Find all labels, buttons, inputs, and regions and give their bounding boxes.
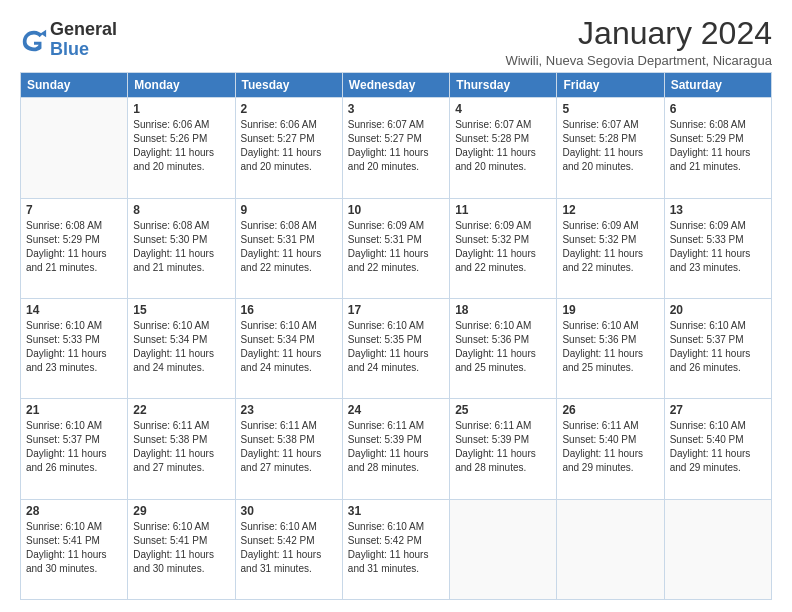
calendar-cell: 29Sunrise: 6:10 AM Sunset: 5:41 PM Dayli… — [128, 499, 235, 599]
cell-info: Sunrise: 6:09 AM Sunset: 5:31 PM Dayligh… — [348, 219, 444, 275]
day-number: 22 — [133, 403, 229, 417]
day-number: 8 — [133, 203, 229, 217]
day-number: 4 — [455, 102, 551, 116]
calendar-cell: 24Sunrise: 6:11 AM Sunset: 5:39 PM Dayli… — [342, 399, 449, 499]
calendar-week-2: 7Sunrise: 6:08 AM Sunset: 5:29 PM Daylig… — [21, 198, 772, 298]
header: General Blue January 2024 Wiwili, Nueva … — [20, 16, 772, 68]
day-number: 27 — [670, 403, 766, 417]
title-block: January 2024 Wiwili, Nueva Segovia Depar… — [505, 16, 772, 68]
calendar-cell: 9Sunrise: 6:08 AM Sunset: 5:31 PM Daylig… — [235, 198, 342, 298]
day-number: 14 — [26, 303, 122, 317]
cell-info: Sunrise: 6:07 AM Sunset: 5:27 PM Dayligh… — [348, 118, 444, 174]
day-number: 25 — [455, 403, 551, 417]
calendar-cell: 12Sunrise: 6:09 AM Sunset: 5:32 PM Dayli… — [557, 198, 664, 298]
logo-text: General Blue — [50, 20, 117, 60]
weekday-header-monday: Monday — [128, 73, 235, 98]
day-number: 26 — [562, 403, 658, 417]
cell-info: Sunrise: 6:06 AM Sunset: 5:26 PM Dayligh… — [133, 118, 229, 174]
calendar-cell: 27Sunrise: 6:10 AM Sunset: 5:40 PM Dayli… — [664, 399, 771, 499]
calendar-cell: 22Sunrise: 6:11 AM Sunset: 5:38 PM Dayli… — [128, 399, 235, 499]
weekday-header-friday: Friday — [557, 73, 664, 98]
logo: General Blue — [20, 20, 117, 60]
calendar-cell: 19Sunrise: 6:10 AM Sunset: 5:36 PM Dayli… — [557, 298, 664, 398]
calendar-cell: 16Sunrise: 6:10 AM Sunset: 5:34 PM Dayli… — [235, 298, 342, 398]
calendar-cell: 15Sunrise: 6:10 AM Sunset: 5:34 PM Dayli… — [128, 298, 235, 398]
calendar-table: SundayMondayTuesdayWednesdayThursdayFrid… — [20, 72, 772, 600]
calendar-cell: 8Sunrise: 6:08 AM Sunset: 5:30 PM Daylig… — [128, 198, 235, 298]
calendar-cell — [450, 499, 557, 599]
day-number: 20 — [670, 303, 766, 317]
calendar-header-row: SundayMondayTuesdayWednesdayThursdayFrid… — [21, 73, 772, 98]
calendar-cell: 11Sunrise: 6:09 AM Sunset: 5:32 PM Dayli… — [450, 198, 557, 298]
day-number: 7 — [26, 203, 122, 217]
day-number: 24 — [348, 403, 444, 417]
cell-info: Sunrise: 6:10 AM Sunset: 5:36 PM Dayligh… — [562, 319, 658, 375]
calendar-cell — [557, 499, 664, 599]
cell-info: Sunrise: 6:11 AM Sunset: 5:39 PM Dayligh… — [455, 419, 551, 475]
weekday-header-tuesday: Tuesday — [235, 73, 342, 98]
calendar-cell: 30Sunrise: 6:10 AM Sunset: 5:42 PM Dayli… — [235, 499, 342, 599]
calendar-cell: 14Sunrise: 6:10 AM Sunset: 5:33 PM Dayli… — [21, 298, 128, 398]
day-number: 18 — [455, 303, 551, 317]
location: Wiwili, Nueva Segovia Department, Nicara… — [505, 53, 772, 68]
cell-info: Sunrise: 6:10 AM Sunset: 5:34 PM Dayligh… — [241, 319, 337, 375]
day-number: 6 — [670, 102, 766, 116]
day-number: 9 — [241, 203, 337, 217]
day-number: 1 — [133, 102, 229, 116]
cell-info: Sunrise: 6:10 AM Sunset: 5:42 PM Dayligh… — [241, 520, 337, 576]
cell-info: Sunrise: 6:11 AM Sunset: 5:38 PM Dayligh… — [241, 419, 337, 475]
day-number: 5 — [562, 102, 658, 116]
calendar-cell: 26Sunrise: 6:11 AM Sunset: 5:40 PM Dayli… — [557, 399, 664, 499]
calendar-cell: 20Sunrise: 6:10 AM Sunset: 5:37 PM Dayli… — [664, 298, 771, 398]
day-number: 17 — [348, 303, 444, 317]
month-title: January 2024 — [505, 16, 772, 51]
cell-info: Sunrise: 6:10 AM Sunset: 5:42 PM Dayligh… — [348, 520, 444, 576]
day-number: 31 — [348, 504, 444, 518]
calendar-cell: 31Sunrise: 6:10 AM Sunset: 5:42 PM Dayli… — [342, 499, 449, 599]
calendar-cell: 18Sunrise: 6:10 AM Sunset: 5:36 PM Dayli… — [450, 298, 557, 398]
day-number: 30 — [241, 504, 337, 518]
cell-info: Sunrise: 6:08 AM Sunset: 5:29 PM Dayligh… — [670, 118, 766, 174]
cell-info: Sunrise: 6:09 AM Sunset: 5:33 PM Dayligh… — [670, 219, 766, 275]
page: General Blue January 2024 Wiwili, Nueva … — [0, 0, 792, 612]
calendar-cell: 5Sunrise: 6:07 AM Sunset: 5:28 PM Daylig… — [557, 98, 664, 198]
calendar-cell: 10Sunrise: 6:09 AM Sunset: 5:31 PM Dayli… — [342, 198, 449, 298]
cell-info: Sunrise: 6:10 AM Sunset: 5:40 PM Dayligh… — [670, 419, 766, 475]
calendar-cell: 23Sunrise: 6:11 AM Sunset: 5:38 PM Dayli… — [235, 399, 342, 499]
day-number: 3 — [348, 102, 444, 116]
calendar-week-3: 14Sunrise: 6:10 AM Sunset: 5:33 PM Dayli… — [21, 298, 772, 398]
calendar-cell: 21Sunrise: 6:10 AM Sunset: 5:37 PM Dayli… — [21, 399, 128, 499]
cell-info: Sunrise: 6:10 AM Sunset: 5:37 PM Dayligh… — [26, 419, 122, 475]
day-number: 2 — [241, 102, 337, 116]
day-number: 21 — [26, 403, 122, 417]
cell-info: Sunrise: 6:10 AM Sunset: 5:34 PM Dayligh… — [133, 319, 229, 375]
cell-info: Sunrise: 6:09 AM Sunset: 5:32 PM Dayligh… — [562, 219, 658, 275]
calendar-cell: 25Sunrise: 6:11 AM Sunset: 5:39 PM Dayli… — [450, 399, 557, 499]
calendar-cell: 7Sunrise: 6:08 AM Sunset: 5:29 PM Daylig… — [21, 198, 128, 298]
cell-info: Sunrise: 6:10 AM Sunset: 5:41 PM Dayligh… — [133, 520, 229, 576]
cell-info: Sunrise: 6:08 AM Sunset: 5:29 PM Dayligh… — [26, 219, 122, 275]
weekday-header-wednesday: Wednesday — [342, 73, 449, 98]
calendar-week-5: 28Sunrise: 6:10 AM Sunset: 5:41 PM Dayli… — [21, 499, 772, 599]
calendar-cell — [664, 499, 771, 599]
calendar-cell: 3Sunrise: 6:07 AM Sunset: 5:27 PM Daylig… — [342, 98, 449, 198]
calendar-cell — [21, 98, 128, 198]
logo-icon — [20, 26, 48, 54]
logo-general-text: General — [50, 20, 117, 40]
cell-info: Sunrise: 6:10 AM Sunset: 5:36 PM Dayligh… — [455, 319, 551, 375]
day-number: 29 — [133, 504, 229, 518]
day-number: 16 — [241, 303, 337, 317]
cell-info: Sunrise: 6:10 AM Sunset: 5:35 PM Dayligh… — [348, 319, 444, 375]
cell-info: Sunrise: 6:07 AM Sunset: 5:28 PM Dayligh… — [455, 118, 551, 174]
calendar-cell: 2Sunrise: 6:06 AM Sunset: 5:27 PM Daylig… — [235, 98, 342, 198]
day-number: 19 — [562, 303, 658, 317]
cell-info: Sunrise: 6:11 AM Sunset: 5:39 PM Dayligh… — [348, 419, 444, 475]
calendar-cell: 28Sunrise: 6:10 AM Sunset: 5:41 PM Dayli… — [21, 499, 128, 599]
day-number: 13 — [670, 203, 766, 217]
weekday-header-sunday: Sunday — [21, 73, 128, 98]
cell-info: Sunrise: 6:09 AM Sunset: 5:32 PM Dayligh… — [455, 219, 551, 275]
cell-info: Sunrise: 6:08 AM Sunset: 5:31 PM Dayligh… — [241, 219, 337, 275]
cell-info: Sunrise: 6:06 AM Sunset: 5:27 PM Dayligh… — [241, 118, 337, 174]
cell-info: Sunrise: 6:10 AM Sunset: 5:37 PM Dayligh… — [670, 319, 766, 375]
day-number: 23 — [241, 403, 337, 417]
